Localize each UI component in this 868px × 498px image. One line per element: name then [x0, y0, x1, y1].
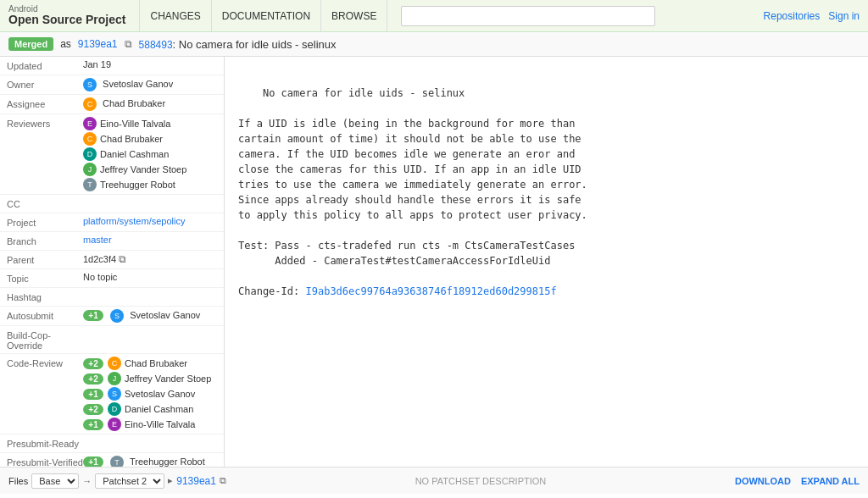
topic-label: Topic: [7, 272, 83, 284]
reviewers-label: Reviewers: [7, 117, 83, 129]
code-review-2-avatar: S: [108, 387, 121, 401]
code-review-0: +2 C Chad Brubaker: [83, 357, 217, 370]
change-id-link[interactable]: I9ab3d6ec99764a93638746f18912ed60d299815…: [305, 285, 556, 297]
expand-all-link[interactable]: EXPAND ALL: [801, 476, 860, 486]
reviewer-0-name: Eino-Ville Talvala: [100, 119, 170, 129]
updated-label: Updated: [7, 59, 83, 71]
parent-copy-icon[interactable]: ⧉: [119, 253, 126, 265]
presubmit-verified-row: Presubmit-Verified +1 T Treehugger Robot: [0, 453, 224, 467]
cc-row: CC: [0, 195, 224, 213]
reviewer-1-avatar: C: [83, 132, 97, 146]
branch-row: Branch master: [0, 232, 224, 251]
owner-label: Owner: [7, 78, 83, 90]
build-cop-label: Build-Cop-Override: [7, 329, 83, 351]
assignee-name: Chad Brubaker: [103, 98, 165, 108]
presubmit-verified-vote: +1: [83, 456, 103, 467]
updated-row: Updated Jan 19: [0, 57, 224, 75]
signin-link[interactable]: Sign in: [828, 10, 860, 22]
footer-commit-link[interactable]: 9139ea1: [176, 475, 216, 487]
branch-link[interactable]: master: [83, 235, 112, 245]
code-review-4-vote: +1: [83, 419, 103, 430]
presubmit-verified-name: Treehugger Robot: [130, 456, 205, 467]
project-label: Project: [7, 216, 83, 228]
footer-copy-icon[interactable]: ⧉: [220, 475, 226, 486]
repositories-link[interactable]: Repositories: [764, 10, 821, 22]
project-row: Project platform/system/sepolicy: [0, 213, 224, 232]
reviewer-0: E Eino-Ville Talvala: [83, 117, 217, 130]
reviewer-2-avatar: D: [83, 147, 97, 161]
reviewers-list: E Eino-Ville Talvala C Chad Brubaker D D…: [83, 117, 217, 191]
header-links: Repositories Sign in: [764, 10, 860, 22]
owner-name: Svetoslav Ganov: [103, 79, 173, 89]
nav-browse[interactable]: BROWSE: [321, 0, 387, 31]
footer-mid: NO PATCHSET DESCRIPTION: [233, 476, 728, 486]
code-review-3-avatar: D: [108, 402, 121, 416]
copy-icon[interactable]: ⧉: [125, 38, 132, 50]
code-review-2-name: Svetoslav Ganov: [125, 389, 195, 399]
code-review-0-vote: +2: [83, 358, 103, 369]
main: Updated Jan 19 Owner S Svetoslav Ganov A…: [0, 57, 868, 467]
code-review-4: +1 E Eino-Ville Talvala: [83, 418, 217, 431]
code-review-1-avatar: J: [108, 372, 121, 385]
commit-hash-link[interactable]: 9139ea1: [78, 38, 118, 50]
code-review-4-name: Eino-Ville Talvala: [125, 419, 195, 429]
patchset-select[interactable]: Patchset 2: [95, 473, 164, 489]
branch-label: Branch: [7, 235, 83, 246]
download-link[interactable]: DOWNLOAD: [735, 476, 791, 486]
code-review-2-vote: +1: [83, 389, 103, 400]
parent-value: 1d2c3f4 ⧉: [83, 253, 217, 265]
assignee-value: C Chad Brubaker: [83, 97, 217, 111]
change-title: 588493: No camera for idle uids - selinu…: [139, 38, 337, 51]
code-review-list: +2 C Chad Brubaker +2 J Jeffrey Vander S…: [83, 357, 217, 431]
footer-right: DOWNLOAD EXPAND ALL: [735, 476, 860, 486]
sidebar: Updated Jan 19 Owner S Svetoslav Ganov A…: [0, 57, 225, 467]
code-review-2: +1 S Svetoslav Ganov: [83, 387, 217, 401]
code-review-1: +2 J Jeffrey Vander Stoep: [83, 372, 217, 385]
updated-value: Jan 19: [83, 59, 217, 69]
project-link[interactable]: platform/system/sepolicy: [83, 216, 185, 226]
topic-row: Topic No topic: [0, 269, 224, 288]
owner-row: Owner S Svetoslav Ganov: [0, 75, 224, 95]
reviewer-3: J Jeffrey Vander Stoep: [83, 163, 217, 176]
autosubmit-vote: +1: [83, 310, 103, 321]
build-cop-row: Build-Cop-Override: [0, 326, 224, 354]
base-select[interactable]: Base: [31, 473, 79, 489]
hashtag-label: Hashtag: [7, 290, 83, 302]
presubmit-ready-label: Presubmit-Ready: [7, 437, 83, 449]
assignee-label: Assignee: [7, 97, 83, 109]
hashtag-row: Hashtag: [0, 288, 224, 307]
nav-documentation[interactable]: DOCUMENTATION: [212, 0, 321, 31]
change-number-link[interactable]: 588493: [139, 39, 173, 51]
reviewers-row: Reviewers E Eino-Ville Talvala C Chad Br…: [0, 114, 224, 195]
autosubmit-row: Autosubmit +1 S Svetoslav Ganov: [0, 307, 224, 326]
code-review-3: +2 D Daniel Cashman: [83, 402, 217, 416]
header: Android Open Source Project CHANGES DOCU…: [0, 0, 868, 32]
code-review-4-avatar: E: [108, 418, 121, 431]
footer-left: Files Base → Patchset 2 ▸ 9139ea1 ⧉: [8, 473, 226, 489]
parent-row: Parent 1d2c3f4 ⧉: [0, 251, 224, 269]
autosubmit-label: Autosubmit: [7, 309, 83, 321]
autosubmit-name: Svetoslav Ganov: [130, 310, 200, 320]
reviewer-2-name: Daniel Cashman: [100, 149, 169, 159]
code-review-label: Code-Review: [7, 357, 83, 368]
code-review-0-avatar: C: [108, 357, 121, 370]
subheader: Merged as 9139ea1 ⧉ 588493: No camera fo…: [0, 32, 868, 57]
project-value: platform/system/sepolicy: [83, 216, 217, 226]
arrow-right-icon: ▸: [168, 475, 173, 486]
code-review-1-vote: +2: [83, 374, 103, 385]
merged-badge: Merged: [8, 37, 53, 51]
arrow-icon: →: [82, 476, 92, 486]
reviewer-1-name: Chad Brubaker: [100, 134, 163, 144]
as-text: as: [60, 38, 71, 50]
reviewer-4-name: Treehugger Robot: [100, 180, 175, 190]
nav-changes[interactable]: CHANGES: [139, 0, 211, 31]
reviewer-4-avatar: T: [83, 178, 97, 191]
content-area: No camera for idle uids - selinux If a U…: [225, 57, 868, 467]
presubmit-verified-label: Presubmit-Verified: [7, 456, 83, 467]
files-label: Files: [8, 476, 28, 486]
assignee-avatar: C: [83, 97, 97, 111]
search-input[interactable]: [401, 6, 655, 26]
presubmit-verified-avatar: T: [110, 456, 124, 467]
main-nav: CHANGES DOCUMENTATION BROWSE: [139, 0, 387, 31]
owner-avatar: S: [83, 78, 97, 91]
